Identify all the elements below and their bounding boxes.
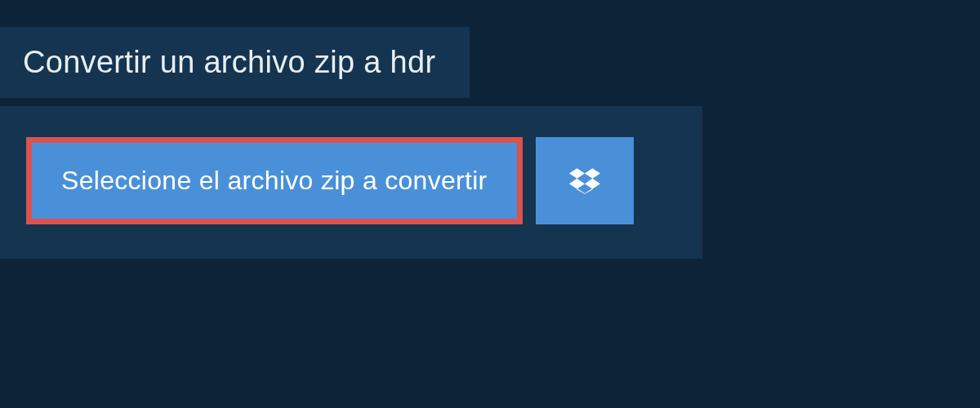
dropbox-icon — [569, 166, 600, 197]
page-title: Convertir un archivo zip a hdr — [23, 45, 435, 79]
dropbox-button[interactable] — [536, 137, 634, 224]
select-file-button-label: Seleccione el archivo zip a convertir — [61, 166, 488, 195]
button-row: Seleccione el archivo zip a convertir — [26, 137, 676, 224]
header-tab: Convertir un archivo zip a hdr — [0, 27, 470, 98]
select-file-button[interactable]: Seleccione el archivo zip a convertir — [26, 137, 523, 224]
upload-panel: Seleccione el archivo zip a convertir — [0, 106, 702, 259]
